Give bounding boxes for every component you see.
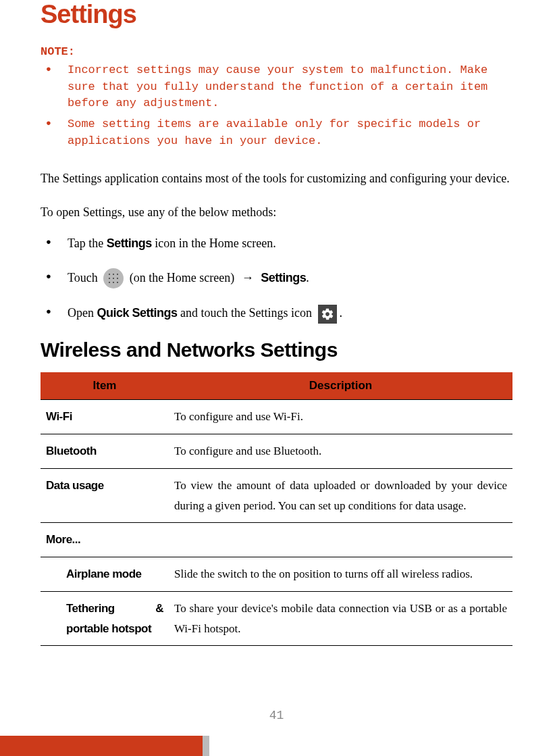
settings-label: Settings — [261, 271, 306, 284]
item-name: Tethering & portable hotspot — [41, 591, 169, 646]
footer-bar — [0, 736, 553, 756]
table-header-item: Item — [41, 372, 169, 400]
text: . — [306, 271, 309, 284]
note-item: Some setting items are available only fo… — [41, 116, 512, 149]
text: . — [340, 306, 343, 320]
item-name: Airplane mode — [41, 557, 169, 592]
method-item: Touch (on the Home screen) → Settings. — [41, 268, 512, 289]
footer-gray-block — [203, 736, 209, 756]
apps-icon — [103, 268, 124, 288]
item-desc: To share your device's mobile data conne… — [169, 591, 512, 646]
note-item: Incorrect settings may cause your system… — [41, 62, 512, 112]
method-item: Tap the Settings icon in the Home screen… — [41, 234, 512, 253]
table-row: Airplane mode Slide the switch to the on… — [41, 557, 512, 592]
note-list: Incorrect settings may cause your system… — [41, 62, 512, 149]
item-desc: Slide the switch to the on position to t… — [169, 557, 512, 592]
table-header-desc: Description — [169, 372, 512, 400]
gear-icon — [318, 305, 337, 324]
quick-settings-label: Quick Settings — [97, 306, 178, 320]
section-heading: Wireless and Networks Settings — [41, 338, 512, 361]
item-name: More... — [41, 523, 169, 557]
item-desc — [169, 523, 512, 557]
text: Tap the — [68, 236, 107, 250]
open-methods-intro: To open Settings, use any of the below m… — [41, 203, 512, 222]
item-name: Bluetooth — [41, 434, 169, 469]
page-title: Settings — [41, 0, 512, 29]
item-name: Data usage — [41, 468, 169, 523]
table-row: Data usage To view the amount of data up… — [41, 468, 512, 523]
note-label: NOTE: — [41, 45, 512, 58]
item-name: Wi-Fi — [41, 400, 169, 434]
arrow-icon: → — [242, 271, 254, 284]
settings-table: Item Description Wi-Fi To configure and … — [41, 372, 512, 646]
table-row: Tethering & portable hotspot To share yo… — [41, 591, 512, 646]
text: (on the Home screen) — [130, 271, 238, 284]
table-row: More... — [41, 523, 512, 557]
text: Touch — [68, 271, 101, 284]
method-item: Open Quick Settings and touch the Settin… — [41, 303, 512, 324]
methods-list: Tap the Settings icon in the Home screen… — [41, 234, 512, 324]
text: Open — [68, 306, 97, 320]
table-row: Bluetooth To configure and use Bluetooth… — [41, 434, 512, 469]
intro-paragraph: The Settings application contains most o… — [41, 168, 512, 190]
footer-red-block — [0, 736, 203, 756]
text: icon in the Home screen. — [152, 236, 276, 250]
text: and touch the Settings icon — [178, 306, 315, 320]
item-desc: To configure and use Bluetooth. — [169, 434, 512, 469]
page-number: 41 — [269, 709, 284, 722]
settings-label: Settings — [107, 236, 152, 250]
table-row: Wi-Fi To configure and use Wi-Fi. — [41, 400, 512, 434]
item-desc: To view the amount of data uploaded or d… — [169, 468, 512, 523]
item-desc: To configure and use Wi-Fi. — [169, 400, 512, 434]
